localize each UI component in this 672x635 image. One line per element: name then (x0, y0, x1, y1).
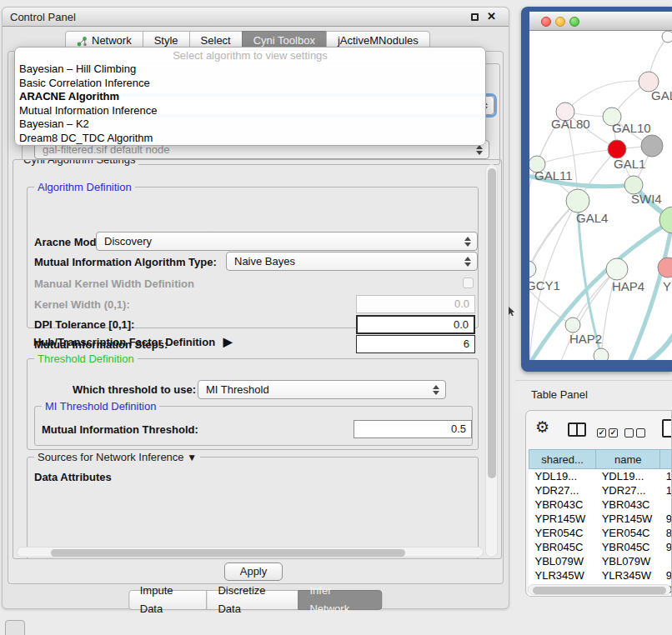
tab-discretize-data[interactable]: Discretize Data (206, 590, 298, 610)
hub-definition-text: Hub/Transcription Factor Definition (33, 336, 215, 348)
dropdown-item[interactable]: Mutual Information Inference (15, 104, 485, 118)
data-attributes-label: Data Attributes (34, 471, 112, 483)
mouse-cursor (508, 307, 516, 317)
table-header-row: shared...nameA (529, 450, 672, 469)
table-panel-header: Table Panel (515, 380, 672, 410)
network-node-hap2[interactable] (565, 318, 580, 332)
table-row[interactable]: YLR345WYLR345W9. (529, 568, 672, 582)
mi-threshold-label: Mutual Information Threshold: (42, 423, 198, 436)
dpi-tolerance-label: DPI Tolerance [0,1]: (34, 318, 134, 331)
algorithm-definition-title: Algorithm Definition (34, 181, 135, 193)
kernel-width-label: Kernel Width (0,1): (34, 298, 130, 311)
sources-title[interactable]: Sources for Network Inference ▼ (34, 451, 200, 463)
network-edge[interactable] (559, 269, 617, 360)
network-node[interactable] (662, 31, 672, 42)
network-node-gcy1[interactable] (529, 261, 536, 278)
minimize-traffic-light-icon[interactable] (555, 17, 565, 27)
table-row[interactable]: YBR043CYBR043C (529, 498, 672, 512)
table-row[interactable]: YBR045CYBR045C9. (529, 540, 672, 554)
mi-type-value: Naive Bayes (234, 255, 295, 268)
node-label: GAL80 (551, 117, 590, 131)
hide-all-columns-icon[interactable] (624, 428, 645, 438)
table-cell: 9. (660, 568, 672, 582)
sources-group: Sources for Network Inference ▼ Data Att… (27, 457, 479, 559)
table-row[interactable]: YDL19...YDL19...13 (529, 469, 672, 483)
mi-type-label: Mutual Information Algorithm Type: (34, 256, 217, 268)
table-cell: YLR345W (596, 568, 660, 582)
table-cell: YBR043C (596, 498, 660, 512)
network-edge[interactable] (537, 149, 617, 164)
network-edge[interactable] (565, 81, 649, 112)
table-cell: YER054C (596, 526, 660, 540)
zoom-traffic-light-icon[interactable] (569, 17, 579, 27)
network-node-gal1[interactable] (608, 140, 626, 158)
network-node-hap4[interactable] (606, 258, 628, 280)
network-node[interactable] (594, 348, 609, 360)
dropdown-items: Bayesian – Hill ClimbingBasic Correlatio… (15, 62, 485, 145)
split-columns-icon[interactable] (568, 422, 586, 437)
dropdown-item[interactable]: Bayesian – Hill Climbing (15, 62, 485, 77)
expand-right-icon[interactable]: ▶ (223, 335, 233, 348)
table-cell: YDL19... (596, 469, 660, 483)
network-edge[interactable] (529, 201, 578, 269)
table-row[interactable]: YER054CYER054C8. (529, 526, 672, 540)
tab-infer-network[interactable]: Infer Network (298, 590, 382, 610)
mi-threshold-group: MI Threshold Definition Mutual Informati… (34, 406, 473, 446)
close-icon[interactable]: ✕ (487, 10, 496, 22)
table-cell: 9. (660, 540, 672, 554)
which-threshold-label: Which threshold to use: (73, 383, 196, 396)
node-label: GAL10 (612, 121, 651, 135)
manual-kernel-checkbox[interactable] (463, 278, 474, 288)
mi-threshold-field[interactable]: 0.5 (354, 420, 472, 438)
threshold-definition-group: Threshold Definition Which threshold to … (27, 358, 479, 450)
node-label: SWI4 (631, 192, 662, 206)
kernel-width-field[interactable]: 0.0 (356, 295, 475, 313)
table-cell: 8. (660, 526, 672, 540)
network-node-gal4[interactable] (566, 189, 589, 212)
table-row[interactable]: YPR145WYPR145W9. (529, 512, 672, 526)
close-traffic-light-icon[interactable] (541, 17, 551, 27)
table-row[interactable]: YDR27...YDR27...12 (529, 483, 672, 498)
dropdown-item[interactable]: Bayesian – K2 (15, 118, 485, 132)
table-row[interactable]: YBL079WYBL079W (529, 554, 672, 568)
collapse-panel-button[interactable] (5, 620, 25, 635)
hub-definition-label[interactable]: Hub/Transcription Factor Definition ▶ (33, 335, 233, 348)
float-window-icon[interactable] (471, 13, 479, 21)
which-threshold-value: MI Threshold (206, 383, 269, 396)
network-canvas[interactable]: GALGAL80GAL10GAL1GAL11SWI4GAL4GCY1HAP4YH… (529, 31, 672, 360)
settings-vscrollbar[interactable] (485, 164, 498, 558)
table-cell: YPR145W (596, 512, 660, 526)
column-header[interactable]: A (660, 450, 672, 469)
mi-steps-field[interactable]: 6 (356, 335, 475, 353)
gear-icon[interactable]: ⚙ (535, 418, 549, 437)
node-label: GAL (651, 88, 672, 102)
settings-hscrollbar[interactable] (17, 547, 484, 558)
dpi-tolerance-field[interactable]: 0.0 (356, 315, 475, 334)
network-icon (77, 36, 88, 47)
tab-impute-data[interactable]: Impute Data (128, 590, 208, 610)
column-header[interactable]: shared... (529, 450, 596, 469)
node-table[interactable]: shared...nameA YDL19...YDL19...13YDR27..… (529, 449, 672, 597)
aracne-mode-combo[interactable]: Discovery (96, 232, 478, 251)
dropdown-item[interactable]: Basic Correlation Inference (15, 77, 485, 91)
column-header[interactable]: name (596, 450, 660, 469)
table-panel: ⚙ ✓ ✓ shared...nameA YDL19...YDL19...13Y… (525, 410, 672, 597)
node-label: GAL4 (576, 211, 608, 225)
table-hscrollbar[interactable] (528, 584, 671, 595)
new-table-icon[interactable] (662, 419, 672, 438)
which-threshold-combo[interactable]: MI Threshold (198, 380, 446, 399)
table-cell: YDR27... (529, 483, 596, 498)
table-cell (660, 498, 672, 512)
network-edge[interactable] (644, 331, 672, 360)
collapse-down-icon[interactable]: ▼ (187, 452, 197, 463)
network-node[interactable] (641, 135, 663, 157)
mi-type-combo[interactable]: Naive Bayes (226, 252, 478, 271)
dropdown-item[interactable]: Dream8 DC_TDC Algorithm (15, 132, 485, 146)
algorithm-dropdown-popup: Select algorithm to view settings Bayesi… (14, 47, 486, 146)
threshold-definition-title: Threshold Definition (34, 352, 138, 365)
apply-button[interactable]: Apply (224, 562, 283, 581)
dropdown-item[interactable]: ARACNE Algorithm (15, 90, 485, 104)
show-all-columns-icon[interactable]: ✓ ✓ (597, 428, 618, 438)
table-cell: YLR345W (529, 568, 596, 582)
node-label: GCY1 (529, 278, 560, 292)
